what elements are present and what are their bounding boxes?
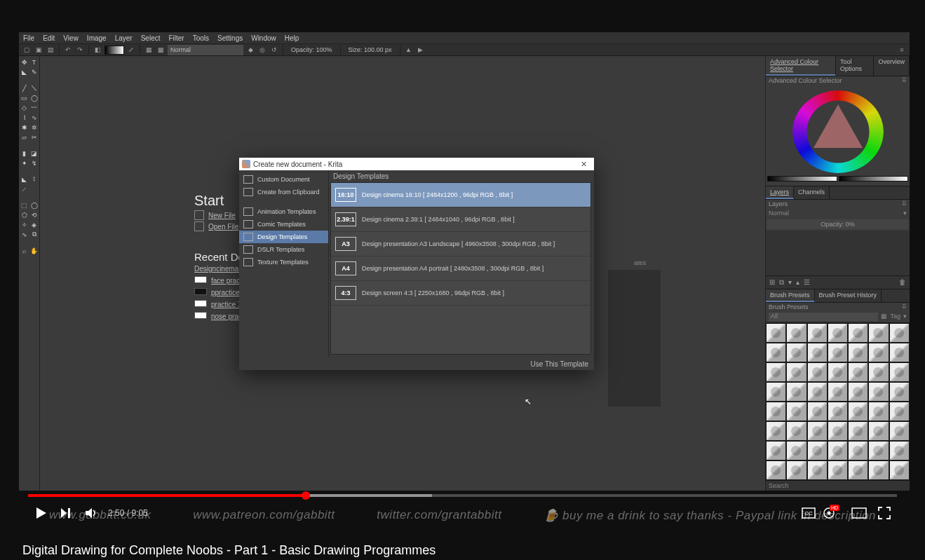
expand-icon[interactable]: ⤢ — [126, 45, 136, 55]
duplicate-layer-icon[interactable]: ⧉ — [779, 278, 784, 287]
category-design[interactable]: Design Templates — [239, 231, 328, 243]
brush-preset[interactable] — [848, 343, 868, 362]
rect-select-icon[interactable]: ⬚ — [20, 200, 29, 210]
move-down-icon[interactable]: ▾ — [788, 278, 792, 287]
brush-preset[interactable] — [828, 343, 848, 362]
similar-select-icon[interactable]: ◈ — [29, 220, 39, 229]
brush-preset[interactable] — [889, 362, 910, 382]
new-doc-icon[interactable]: ▢ — [22, 45, 32, 55]
brush-preset[interactable] — [786, 323, 806, 343]
deform-tool-icon[interactable]: ↯ — [29, 158, 39, 168]
tag-dropdown-icon[interactable]: ▾ — [903, 313, 907, 321]
category-comic[interactable]: Comic Templates — [239, 218, 328, 231]
brush-preset[interactable] — [766, 323, 786, 343]
view-icon[interactable]: ▦ — [881, 313, 887, 321]
menu-edit[interactable]: Edit — [43, 34, 55, 42]
play-button[interactable] — [28, 501, 53, 525]
brush-tool-icon[interactable]: ╱ — [20, 83, 29, 93]
assist-tool-icon[interactable]: ⟟ — [29, 175, 39, 184]
menu-settings[interactable]: Settings — [217, 34, 243, 42]
presets-icon[interactable]: ▩ — [156, 45, 166, 55]
colour-strip[interactable] — [839, 176, 909, 182]
picker-tool-icon[interactable]: ◣ — [20, 175, 29, 184]
gradient-tool-icon[interactable]: ◪ — [29, 149, 39, 158]
brush-preset[interactable] — [766, 460, 786, 480]
brush-preset[interactable] — [828, 362, 848, 382]
brush-preset[interactable] — [889, 460, 910, 480]
layer-opacity-slider[interactable]: Opacity: 0% — [767, 219, 908, 229]
next-button[interactable] — [53, 501, 79, 525]
tab-colour-selector[interactable]: Advanced Colour Selector — [766, 56, 836, 76]
magnetic-select-icon[interactable]: ⧉ — [29, 230, 39, 239]
fill-tool-icon[interactable]: ▮ — [20, 149, 29, 158]
redo-icon[interactable]: ↷ — [75, 45, 85, 55]
menu-image[interactable]: Image — [87, 34, 107, 42]
brush-preset[interactable] — [807, 343, 828, 362]
brush-preset[interactable] — [807, 362, 828, 382]
freehand-path-icon[interactable]: ∿ — [29, 113, 39, 122]
brush-preset[interactable] — [868, 343, 889, 362]
layer-filter-icon[interactable]: ▾ — [903, 210, 907, 217]
add-layer-icon[interactable]: ⊞ — [769, 278, 775, 287]
brush-preset[interactable] — [868, 441, 889, 460]
recent-item[interactable]: nose prac — [211, 313, 242, 320]
template-item[interactable]: A3Design presentation A3 Landscape [ 496… — [331, 232, 590, 257]
brush-preset[interactable] — [889, 343, 910, 362]
workspace-icon[interactable]: ≡ — [897, 45, 907, 55]
brush-preset[interactable] — [807, 460, 828, 480]
pan-tool-icon[interactable]: ✋ — [29, 246, 39, 255]
crop-tool-icon[interactable]: ✂ — [29, 132, 39, 142]
open-icon[interactable]: ▣ — [34, 45, 43, 55]
template-item[interactable]: 16:10Design cinema 16:10 [ 2484x1200 , 9… — [331, 183, 590, 207]
brush-preset[interactable] — [828, 421, 848, 441]
bezier-tool-icon[interactable]: ⌇ — [20, 113, 29, 122]
undo-icon[interactable]: ↶ — [63, 45, 73, 55]
template-item[interactable]: A4Design presentation A4 portrait [ 2480… — [331, 257, 590, 281]
dyna-tool-icon[interactable]: ✱ — [20, 123, 29, 132]
brush-preset[interactable] — [807, 323, 828, 343]
menu-layer[interactable]: Layer — [115, 34, 133, 42]
poly-select-icon[interactable]: ⬠ — [20, 210, 29, 219]
brush-preset[interactable] — [889, 402, 910, 421]
tab-brush-history[interactable]: Brush Preset History — [815, 289, 882, 302]
scrubber-thumb[interactable] — [302, 491, 310, 500]
brush-preset[interactable] — [807, 402, 828, 421]
brush-preset[interactable] — [766, 441, 786, 460]
brush-preset[interactable] — [786, 460, 806, 480]
category-custom[interactable]: Custom Document — [239, 173, 328, 186]
brush-preset[interactable] — [766, 382, 786, 402]
use-template-button[interactable]: Use This Template — [531, 360, 588, 368]
category-dslr[interactable]: DSLR Templates — [239, 243, 328, 256]
brush-preset[interactable] — [786, 421, 806, 441]
mirror-y-icon[interactable]: ▶ — [416, 45, 426, 55]
brush-preset[interactable] — [848, 402, 868, 421]
tab-tool-options[interactable]: Tool Options — [836, 56, 875, 76]
menu-view[interactable]: View — [63, 34, 79, 42]
brush-preset[interactable] — [786, 402, 806, 421]
multi-brush-icon[interactable]: ✲ — [29, 123, 39, 132]
category-texture[interactable]: Texture Templates — [239, 256, 328, 268]
dock-grip-icon[interactable]: ⠿ — [902, 303, 907, 310]
layer-props-icon[interactable]: ☰ — [804, 278, 810, 287]
brush-preset[interactable] — [868, 402, 889, 421]
category-clipboard[interactable]: Create from Clipboard — [239, 186, 328, 198]
brush-preset[interactable] — [868, 362, 889, 382]
contiguous-select-icon[interactable]: ✧ — [20, 220, 29, 229]
menu-select[interactable]: Select — [141, 34, 161, 42]
preset-filter-dropdown[interactable]: All — [769, 313, 878, 321]
reload-icon[interactable]: ↺ — [269, 45, 279, 55]
brush-preset[interactable] — [828, 441, 848, 460]
brush-preset[interactable] — [848, 323, 868, 343]
blend-mode-dropdown[interactable]: Normal — [168, 45, 243, 55]
polyline-tool-icon[interactable]: 〰 — [29, 103, 39, 112]
category-animation[interactable]: Animation Templates — [239, 205, 328, 218]
menu-help[interactable]: Help — [285, 34, 299, 42]
close-icon[interactable]: ✕ — [576, 160, 591, 169]
measure-tool-icon[interactable]: ⟋ — [20, 184, 29, 193]
brush-preset[interactable] — [807, 382, 828, 402]
alpha-icon[interactable]: ◎ — [257, 45, 267, 55]
eraser-icon[interactable]: ◆ — [245, 45, 255, 55]
brush-preset[interactable] — [828, 402, 848, 421]
dock-grip-icon[interactable]: ⠿ — [902, 200, 907, 207]
brush-preset[interactable] — [786, 343, 806, 362]
